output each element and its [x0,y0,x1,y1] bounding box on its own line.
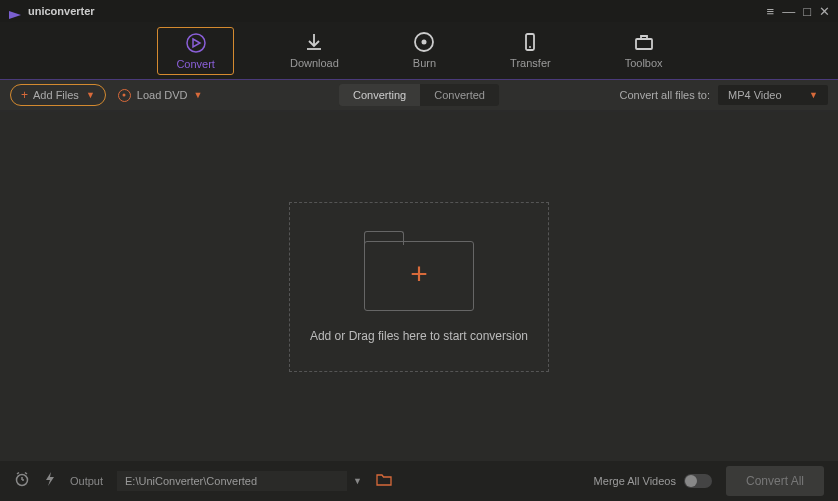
toolbar: + Add Files ▼ Load DVD ▼ Converting Conv… [0,80,838,110]
app-logo-icon [8,6,22,16]
svg-rect-9 [636,39,652,49]
load-dvd-label: Load DVD [137,89,188,101]
app-title: uniconverter [28,5,95,17]
svg-marker-15 [46,472,54,486]
convert-all-to-label: Convert all files to: [620,89,710,101]
chevron-down-icon[interactable]: ▼ [353,476,362,486]
toolbox-icon [633,31,655,53]
top-nav: Convert Download Burn Transfer Toolbox [0,22,838,80]
tab-convert[interactable]: Convert [157,27,234,75]
drop-zone[interactable]: + Add or Drag files here to start conver… [289,202,549,372]
convert-all-button[interactable]: Convert All [726,466,824,496]
drop-zone-text: Add or Drag files here to start conversi… [310,329,528,343]
output-path-field[interactable]: E:\UniConverter\Converted [117,471,347,491]
svg-point-6 [422,39,427,44]
svg-marker-2 [193,39,200,47]
segment-converted[interactable]: Converted [420,84,499,106]
merge-all-label: Merge All Videos [594,475,676,487]
segment-converting[interactable]: Converting [339,84,420,106]
burn-icon [413,31,435,53]
add-files-label: Add Files [33,89,79,101]
transfer-icon [519,31,541,53]
maximize-icon[interactable]: □ [803,5,811,18]
bottom-bar: Output E:\UniConverter\Converted ▼ Merge… [0,461,838,501]
svg-line-13 [17,473,19,475]
folder-open-icon[interactable] [376,473,392,489]
lightning-icon[interactable] [44,471,56,491]
add-files-button[interactable]: + Add Files ▼ [10,84,106,106]
svg-line-14 [25,473,27,475]
svg-marker-0 [9,11,21,19]
output-format-select[interactable]: MP4 Video ▼ [718,85,828,105]
output-label: Output [70,475,103,487]
convert-icon [185,32,207,54]
chevron-down-icon: ▼ [194,90,203,100]
dvd-icon [118,89,131,102]
download-icon [303,31,325,53]
minimize-icon[interactable]: — [782,5,795,18]
status-segmented: Converting Converted [339,84,499,106]
chevron-down-icon: ▼ [86,90,95,100]
load-dvd-button[interactable]: Load DVD ▼ [118,89,203,102]
main-area: + Add or Drag files here to start conver… [0,112,838,461]
alarm-icon[interactable] [14,471,30,491]
titlebar: uniconverter ≡ — □ ✕ [0,0,838,22]
merge-toggle[interactable] [684,474,712,488]
tab-transfer[interactable]: Transfer [492,27,569,75]
folder-plus-icon: + [364,231,474,311]
tab-toolbox[interactable]: Toolbox [607,27,681,75]
svg-point-8 [529,46,531,48]
svg-point-1 [187,34,205,52]
tab-download[interactable]: Download [272,27,357,75]
plus-icon: + [21,88,28,102]
format-selected-label: MP4 Video [728,89,782,101]
menu-icon[interactable]: ≡ [767,5,775,18]
tab-burn[interactable]: Burn [395,27,454,75]
chevron-down-icon: ▼ [809,90,818,100]
close-icon[interactable]: ✕ [819,5,830,18]
